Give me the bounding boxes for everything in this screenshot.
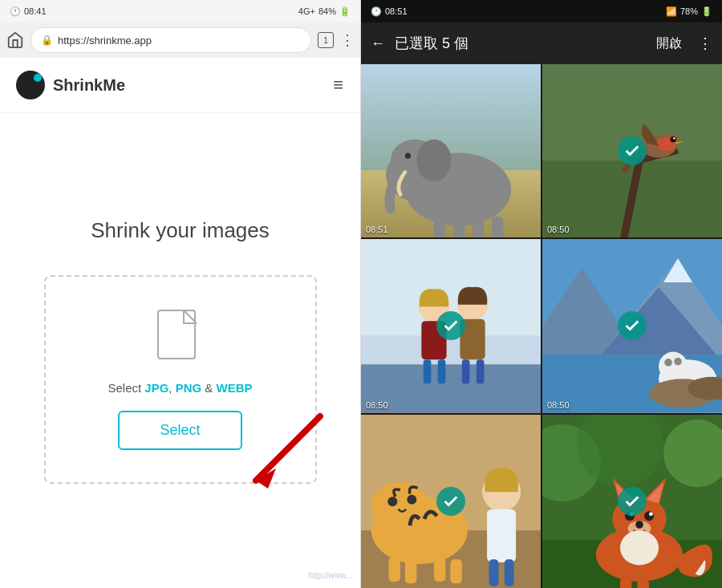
right-status-right: 📶 78% 🔋 xyxy=(666,6,712,17)
svg-point-72 xyxy=(649,512,653,516)
file-icon xyxy=(156,309,205,365)
photo-time-2: 08:50 xyxy=(366,400,388,410)
svg-point-70 xyxy=(644,511,654,521)
hamburger-menu[interactable]: ≡ xyxy=(333,75,344,95)
url-bar[interactable]: 🔒 https://shrinkme.app xyxy=(30,27,311,53)
svg-point-75 xyxy=(620,530,659,565)
svg-rect-52 xyxy=(434,558,445,582)
upload-zone: Select JPG, PNG & WEBP Select xyxy=(44,275,317,484)
svg-point-74 xyxy=(635,521,643,529)
svg-rect-11 xyxy=(453,217,464,237)
browser-menu-icon[interactable]: ⋮ xyxy=(340,31,354,49)
main-content: Shrink your images Select JPG, PNG & WEB… xyxy=(0,113,360,588)
photo-cell-tiger[interactable] xyxy=(361,415,541,588)
svg-point-20 xyxy=(673,137,675,139)
svg-point-49 xyxy=(407,494,416,504)
svg-rect-13 xyxy=(492,217,503,237)
svg-rect-10 xyxy=(434,217,445,237)
selected-count: 已選取 5 個 xyxy=(395,34,647,53)
svg-rect-26 xyxy=(424,360,432,384)
hero-title: Shrink your images xyxy=(91,218,270,243)
tab-count-badge[interactable]: 1 xyxy=(318,32,334,48)
right-status-left: 🕐 08:51 xyxy=(371,6,408,17)
svg-point-48 xyxy=(387,497,397,506)
format-jpg: JPG xyxy=(144,381,168,395)
right-clock-icon: 🕐 xyxy=(371,6,382,17)
svg-point-8 xyxy=(416,140,451,182)
lock-icon: 🔒 xyxy=(41,34,53,46)
left-status-bar: 🕐 08:41 4G+ 84% 🔋 xyxy=(0,0,360,22)
format-prefix: Select xyxy=(107,381,144,395)
logo-dot xyxy=(34,74,42,82)
svg-rect-55 xyxy=(487,509,516,562)
status-bar-right: 4G+ 84% 🔋 xyxy=(298,6,351,17)
format-text: Select JPG, PNG & WEBP xyxy=(107,381,252,395)
svg-rect-31 xyxy=(477,360,485,384)
battery-label: 84% xyxy=(318,6,336,16)
svg-rect-30 xyxy=(462,360,470,384)
watermark: http://www... xyxy=(309,571,352,580)
svg-rect-56 xyxy=(489,559,498,586)
browser-bar: 🔒 https://shrinkme.app 1 ⋮ xyxy=(0,22,360,58)
right-battery-icon: 🔋 xyxy=(701,6,712,17)
svg-rect-27 xyxy=(438,360,446,384)
photo-cell-fox[interactable] xyxy=(542,415,722,588)
svg-point-41 xyxy=(674,358,682,366)
format-png: PNG xyxy=(176,381,202,395)
status-bar-left: 🕐 08:41 xyxy=(10,6,47,17)
right-status-bar: 🕐 08:51 📶 78% 🔋 xyxy=(361,0,722,22)
back-button[interactable]: ← xyxy=(371,35,385,52)
check-overlay-bird xyxy=(618,136,647,165)
home-icon[interactable] xyxy=(6,31,24,49)
clock-icon: 🕐 xyxy=(10,6,21,17)
svg-rect-50 xyxy=(388,558,400,582)
photo-cell-bird[interactable]: 08:50 xyxy=(542,64,722,237)
check-overlay-children xyxy=(436,311,465,340)
right-app-bar: ← 已選取 5 個 開啟 ⋮ xyxy=(361,22,722,64)
svg-rect-0 xyxy=(158,310,195,359)
svg-rect-57 xyxy=(505,559,514,586)
left-panel: 🕐 08:41 4G+ 84% 🔋 🔒 https://shrinkme.app… xyxy=(0,0,361,588)
svg-point-9 xyxy=(405,153,411,159)
network-label: 4G+ xyxy=(298,6,315,16)
svg-point-40 xyxy=(664,359,672,367)
photo-time-3: 08:50 xyxy=(547,400,570,410)
check-overlay-mountain xyxy=(618,311,647,340)
battery-icon: 🔋 xyxy=(339,6,351,17)
svg-rect-53 xyxy=(450,559,461,583)
svg-rect-12 xyxy=(473,217,484,237)
photo-grid: 08:51 xyxy=(361,64,722,588)
svg-rect-76 xyxy=(620,577,631,588)
url-text: https://shrinkme.app xyxy=(58,34,152,47)
photo-time-0: 08:51 xyxy=(366,225,388,234)
more-menu-icon[interactable]: ⋮ xyxy=(698,34,712,52)
format-sep2: & xyxy=(201,381,216,395)
photo-cell-elephant[interactable]: 08:51 xyxy=(361,64,541,237)
right-panel: 🕐 08:51 📶 78% 🔋 ← 已選取 5 個 開啟 ⋮ xyxy=(361,0,722,588)
photo-cell-children[interactable]: 08:50 xyxy=(361,239,541,412)
svg-point-19 xyxy=(670,136,675,142)
svg-rect-77 xyxy=(638,578,649,588)
status-time: 08:41 xyxy=(24,6,47,16)
format-sep1: , xyxy=(168,381,175,395)
svg-rect-51 xyxy=(405,559,416,583)
open-button[interactable]: 開啟 xyxy=(656,35,682,52)
right-battery: 78% xyxy=(680,6,698,16)
format-webp: WEBP xyxy=(217,381,253,395)
check-overlay-tiger xyxy=(436,487,465,516)
right-time: 08:51 xyxy=(385,6,408,16)
app-logo: ShrinkMe xyxy=(16,71,125,99)
check-overlay-fox xyxy=(618,487,647,516)
app-name: ShrinkMe xyxy=(53,76,125,95)
photo-time-1: 08:50 xyxy=(547,225,570,234)
select-button[interactable]: Select xyxy=(118,411,241,450)
right-signal-icon: 📶 xyxy=(666,6,677,17)
app-header: ShrinkMe ≡ xyxy=(0,58,360,113)
photo-cell-mountain[interactable]: 08:50 xyxy=(542,239,722,412)
logo-circle xyxy=(16,71,45,99)
svg-point-39 xyxy=(659,352,688,381)
